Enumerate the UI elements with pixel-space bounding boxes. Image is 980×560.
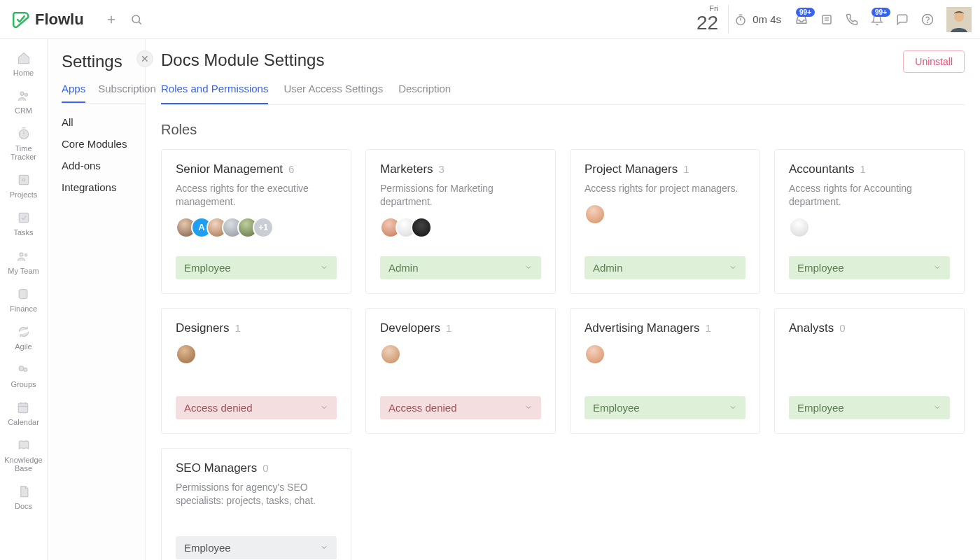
brand-logo-icon	[11, 10, 29, 29]
role-title: Marketers	[380, 162, 433, 176]
role-count: 1	[860, 163, 866, 175]
roles-grid: Senior Management6Access rights for the …	[161, 149, 965, 560]
role-count: 1	[683, 163, 689, 175]
role-access-select[interactable]: Employee	[176, 256, 337, 279]
role-access-select[interactable]: Employee	[584, 396, 746, 419]
rail-item-tasks[interactable]: Tasks	[13, 207, 33, 239]
role-avatars	[380, 217, 541, 238]
chat-icon[interactable]	[896, 13, 909, 26]
bell-icon[interactable]: 99+	[871, 13, 883, 26]
rail-item-groups[interactable]: Groups	[10, 359, 36, 391]
role-access-select[interactable]: Admin	[380, 256, 541, 279]
settings-menu-add-ons[interactable]: Add-ons	[62, 160, 145, 172]
role-access-label: Admin	[593, 262, 623, 274]
role-card: Advertising Managers1Employee	[570, 308, 760, 434]
rail-item-docs[interactable]: Docs	[15, 481, 32, 513]
main-content: Docs Module Settings Uninstall Roles and…	[146, 39, 980, 560]
avatar	[789, 217, 810, 238]
role-access-select[interactable]: Admin	[584, 256, 746, 279]
role-count: 1	[705, 322, 710, 334]
role-access-select[interactable]: Access denied	[176, 396, 337, 419]
role-avatars	[584, 344, 746, 365]
svg-point-11	[927, 22, 928, 22]
search-icon[interactable]	[130, 13, 143, 26]
timer-block[interactable]: 0m 4s	[734, 13, 781, 26]
chevron-down-icon	[320, 263, 328, 272]
avatar-more: +1	[253, 217, 274, 238]
stopwatch-icon	[734, 13, 747, 26]
svg-rect-27	[19, 403, 28, 412]
role-avatars	[380, 344, 541, 365]
rail-item-projects[interactable]: Projects	[10, 169, 38, 202]
rail-item-label: Projects	[10, 190, 38, 199]
role-access-select[interactable]: Employee	[176, 536, 337, 559]
main-tab-description[interactable]: Description	[398, 83, 451, 104]
main-tabs: Roles and PermissionsUser Access Setting…	[161, 83, 965, 105]
date-day-number: 22	[696, 13, 718, 34]
settings-menu-all[interactable]: All	[62, 116, 145, 128]
inbox-icon[interactable]: 99+	[795, 13, 808, 26]
help-icon[interactable]	[921, 13, 934, 26]
main-tab-roles-and-permissions[interactable]: Roles and Permissions	[161, 83, 268, 104]
svg-point-20	[22, 179, 24, 181]
role-access-select[interactable]: Access denied	[380, 396, 541, 419]
chevron-down-icon	[320, 403, 328, 412]
rail-item-home[interactable]: Home	[13, 48, 34, 80]
rail-item-my-team[interactable]: My Team	[8, 246, 38, 278]
rail-item-time-tracker[interactable]: Time Tracker	[10, 123, 36, 164]
page-title: Docs Module Settings	[161, 50, 324, 70]
role-card: Accountants1Access rights for Accounting…	[774, 149, 965, 294]
role-card: SEO Managers0Permissions for agency's SE…	[161, 448, 351, 560]
role-title: SEO Managers	[176, 461, 257, 475]
agile-icon	[16, 324, 31, 340]
role-description: Permissions for Marketing department.	[380, 182, 541, 209]
role-description: Access rights for Accounting department.	[789, 182, 950, 209]
role-access-select[interactable]: Employee	[789, 256, 950, 279]
timer-value: 0m 4s	[752, 13, 781, 25]
date-block[interactable]: Fri 22	[696, 5, 729, 34]
home-icon	[16, 50, 31, 66]
svg-point-2	[132, 15, 140, 23]
svg-point-16	[19, 130, 28, 139]
svg-point-23	[25, 253, 27, 255]
role-title: Senior Management	[176, 162, 283, 176]
role-title: Analysts	[789, 321, 834, 335]
role-card: Senior Management6Access rights for the …	[161, 149, 351, 294]
role-avatars	[584, 204, 746, 225]
topbar: Flowlu Fri 22 0m 4s 99+ 99+	[0, 0, 980, 39]
role-access-label: Employee	[593, 402, 640, 414]
brand-logo[interactable]: Flowlu	[11, 10, 84, 29]
role-description: Access rights for the executive manageme…	[176, 182, 337, 209]
settings-title: Settings	[62, 52, 145, 71]
settings-tab-subscription[interactable]: Subscription	[98, 83, 156, 103]
settings-menu-integrations[interactable]: Integrations	[62, 181, 145, 193]
rail-item-calendar[interactable]: Calendar	[8, 397, 39, 429]
rail-item-agile[interactable]: Agile	[15, 321, 31, 354]
user-avatar[interactable]	[946, 7, 972, 32]
role-access-select[interactable]: Employee	[789, 396, 950, 419]
rail-item-label: Home	[13, 69, 34, 77]
close-icon[interactable]: ✕	[136, 50, 153, 67]
rail-item-finance[interactable]: Finance	[10, 284, 37, 316]
avatar	[584, 204, 606, 225]
role-access-label: Employee	[184, 262, 231, 274]
note-icon[interactable]	[820, 13, 833, 26]
rail-item-crm[interactable]: CRM	[15, 85, 32, 118]
phone-icon[interactable]	[846, 13, 858, 26]
main-tab-user-access-settings[interactable]: User Access Settings	[284, 83, 383, 104]
rail-item-label: Groups	[10, 380, 36, 388]
role-description: Access rights for project managers.	[584, 182, 746, 195]
chevron-down-icon	[524, 263, 533, 272]
settings-tab-apps[interactable]: Apps	[62, 83, 85, 103]
role-title: Designers	[176, 321, 230, 335]
svg-line-3	[139, 22, 141, 24]
role-count: 6	[288, 163, 294, 175]
add-icon[interactable]	[105, 13, 118, 26]
rail-item-label: Calendar	[8, 418, 39, 426]
uninstall-button[interactable]: Uninstall	[903, 50, 965, 73]
chevron-down-icon	[933, 403, 941, 412]
rail-item-knowledge-base[interactable]: Knowledge Base	[4, 435, 42, 475]
chevron-down-icon	[729, 263, 737, 272]
settings-menu-core-modules[interactable]: Core Modules	[62, 138, 145, 150]
role-card: Analysts0Employee	[774, 308, 965, 434]
